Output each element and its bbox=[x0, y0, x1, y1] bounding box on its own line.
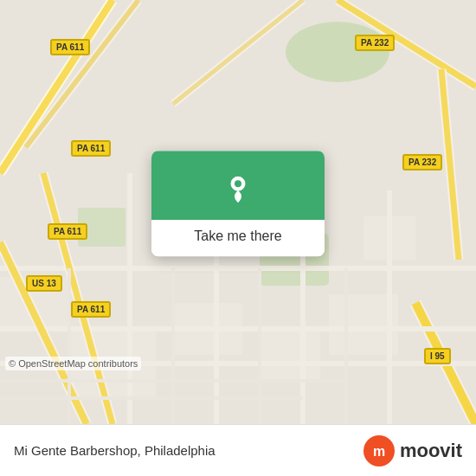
map-attribution: © OpenStreetMap contributors bbox=[5, 357, 141, 370]
road-badge-us13: US 13 bbox=[26, 275, 62, 292]
location-card: Take me there bbox=[151, 151, 325, 256]
moovit-logo: m moovit bbox=[363, 435, 462, 466]
map-container: PA 611 PA 232 PA 232 PA 611 PA 611 US 13… bbox=[0, 0, 476, 424]
road-badge-pa611-lower: PA 611 bbox=[48, 223, 87, 240]
svg-point-41 bbox=[235, 180, 241, 187]
road-badge-pa232-right: PA 232 bbox=[402, 154, 442, 170]
road-badge-pa611-mid: PA 611 bbox=[71, 140, 111, 157]
road-badge-pa611-bottom: PA 611 bbox=[71, 301, 111, 318]
moovit-icon: m bbox=[363, 435, 395, 466]
svg-rect-7 bbox=[260, 329, 320, 381]
road-badge-pa611-top: PA 611 bbox=[50, 39, 90, 55]
location-label: Mi Gente Barbershop, Philadelphia bbox=[14, 443, 215, 458]
card-white-section: Take me there bbox=[151, 220, 325, 256]
svg-point-1 bbox=[286, 22, 389, 82]
bottom-bar: Mi Gente Barbershop, Philadelphia m moov… bbox=[0, 424, 476, 476]
card-green-section bbox=[151, 151, 325, 220]
take-me-there-button[interactable]: Take me there bbox=[194, 228, 281, 244]
road-badge-i95: I 95 bbox=[424, 348, 451, 364]
location-pin-icon bbox=[219, 168, 257, 206]
road-badge-pa232-top: PA 232 bbox=[355, 35, 395, 51]
moovit-text: moovit bbox=[400, 440, 462, 462]
svg-text:m: m bbox=[373, 444, 385, 459]
